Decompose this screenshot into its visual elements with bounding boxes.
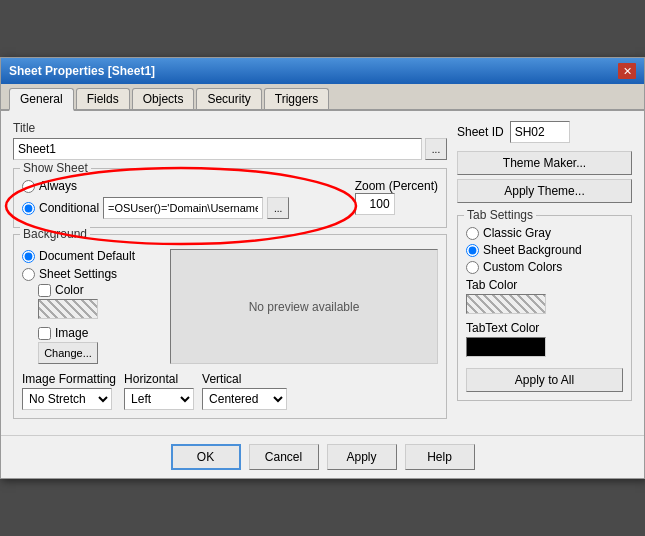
tab-text-color-swatch (466, 337, 546, 357)
apply-theme-button[interactable]: Apply Theme... (457, 179, 632, 203)
doc-default-radio[interactable] (22, 250, 35, 263)
sheet-id-row: Sheet ID document.currentScript.previous… (457, 121, 632, 143)
vertical-label: Vertical (202, 372, 287, 386)
close-button[interactable]: ✕ (618, 63, 636, 79)
sheet-settings-label: Sheet Settings (39, 267, 117, 281)
tab-objects[interactable]: Objects (132, 88, 195, 109)
conditional-input[interactable] (103, 197, 263, 219)
sheet-id-input[interactable] (510, 121, 570, 143)
image-formatting-group: Image Formatting No Stretch Stretch Tile… (22, 372, 116, 410)
main-content: Title document.currentScript.previousEle… (1, 111, 644, 435)
title-label: Title (13, 121, 447, 135)
horizontal-label: Horizontal (124, 372, 194, 386)
bg-left: Document Default Sheet Settings Color (22, 249, 162, 364)
tab-bar: General Fields Objects Security Triggers (1, 84, 644, 111)
color-checkbox-row: Color (38, 283, 162, 297)
horizontal-group: Horizontal Left Center Right (124, 372, 194, 410)
zoom-row: Always Conditional document.currentScrip… (22, 179, 438, 219)
background-title: Background (20, 227, 90, 241)
bg-section: Document Default Sheet Settings Color (22, 249, 438, 364)
theme-maker-button[interactable]: Theme Maker... (457, 151, 632, 175)
title-row: document.currentScript.previousElementSi… (13, 138, 447, 160)
conditional-row: Conditional document.currentScript.previ… (22, 197, 347, 219)
show-sheet-zoom-wrapper: Show Sheet Always Conditional do (13, 168, 447, 228)
show-sheet-title: Show Sheet (20, 161, 91, 175)
apply-button[interactable]: Apply (327, 444, 397, 470)
dialog-title: Sheet Properties [Sheet1] (9, 64, 155, 78)
color-label: Color (55, 283, 84, 297)
radio-column: Always Conditional document.currentScrip… (22, 179, 347, 219)
vertical-select[interactable]: Centered Top Bottom (202, 388, 287, 410)
doc-default-label: Document Default (39, 249, 135, 263)
tab-color-label: Tab Color (466, 278, 623, 292)
tab-fields[interactable]: Fields (76, 88, 130, 109)
conditional-label: Conditional (39, 201, 99, 215)
tab-security[interactable]: Security (196, 88, 261, 109)
title-dots-button[interactable]: ... (425, 138, 447, 160)
sheet-settings-row: Sheet Settings (22, 267, 162, 281)
tab-triggers[interactable]: Triggers (264, 88, 330, 109)
show-sheet-section: Show Sheet Always Conditional do (13, 168, 447, 228)
tab-text-color-label: TabText Color (466, 321, 623, 335)
sheet-properties-dialog: Sheet Properties [Sheet1] ✕ General Fiel… (0, 57, 645, 479)
sheet-settings-radio[interactable] (22, 268, 35, 281)
left-panel: Title document.currentScript.previousEle… (13, 121, 447, 425)
dialog-footer: OK Cancel Apply Help (1, 435, 644, 478)
cancel-button[interactable]: Cancel (249, 444, 319, 470)
always-row: Always (22, 179, 347, 193)
no-preview-area: No preview available (170, 249, 438, 364)
image-formatting-select[interactable]: No Stretch Stretch Tile Fit (22, 388, 112, 410)
sheet-background-radio[interactable] (466, 244, 479, 257)
custom-colors-row: Custom Colors (466, 260, 623, 274)
title-input[interactable] (13, 138, 422, 160)
zoom-label: Zoom (Percent) (355, 179, 438, 193)
classic-gray-row: Classic Gray (466, 226, 623, 240)
always-label: Always (39, 179, 77, 193)
horizontal-select[interactable]: Left Center Right (124, 388, 194, 410)
doc-default-row: Document Default (22, 249, 162, 263)
sheet-background-row: Sheet Background (466, 243, 623, 257)
tab-settings-title: Tab Settings (464, 208, 536, 222)
bottom-row: Image Formatting No Stretch Stretch Tile… (22, 372, 438, 410)
right-panel: Sheet ID document.currentScript.previous… (457, 121, 632, 425)
image-formatting-label: Image Formatting (22, 372, 116, 386)
custom-colors-label: Custom Colors (483, 260, 562, 274)
always-radio[interactable] (22, 180, 35, 193)
color-swatch-container (38, 299, 162, 322)
color-swatch (38, 299, 98, 319)
title-bar: Sheet Properties [Sheet1] ✕ (1, 58, 644, 84)
custom-colors-radio[interactable] (466, 261, 479, 274)
conditional-dots-button[interactable]: ... (267, 197, 289, 219)
tab-settings-section: Tab Settings Classic Gray Sheet Backgrou… (457, 215, 632, 401)
conditional-radio[interactable] (22, 202, 35, 215)
tab-color-swatch (466, 294, 546, 314)
color-checkbox[interactable] (38, 284, 51, 297)
ok-button[interactable]: OK (171, 444, 241, 470)
image-checkbox-row: Image (38, 326, 162, 340)
no-preview-label: No preview available (249, 300, 360, 314)
background-section: Background Document Default Sheet Settin… (13, 234, 447, 419)
apply-to-all-button[interactable]: Apply to All (466, 368, 623, 392)
zoom-input[interactable] (355, 193, 395, 215)
sheet-background-label: Sheet Background (483, 243, 582, 257)
zoom-section: Zoom (Percent) document.currentScript.pr… (355, 179, 438, 215)
sheet-id-label: Sheet ID (457, 125, 504, 139)
tab-general[interactable]: General (9, 88, 74, 111)
help-button[interactable]: Help (405, 444, 475, 470)
classic-gray-radio[interactable] (466, 227, 479, 240)
image-label: Image (55, 326, 88, 340)
image-checkbox[interactable] (38, 327, 51, 340)
change-button[interactable]: Change... (38, 342, 98, 364)
vertical-group: Vertical Centered Top Bottom (202, 372, 287, 410)
classic-gray-label: Classic Gray (483, 226, 551, 240)
